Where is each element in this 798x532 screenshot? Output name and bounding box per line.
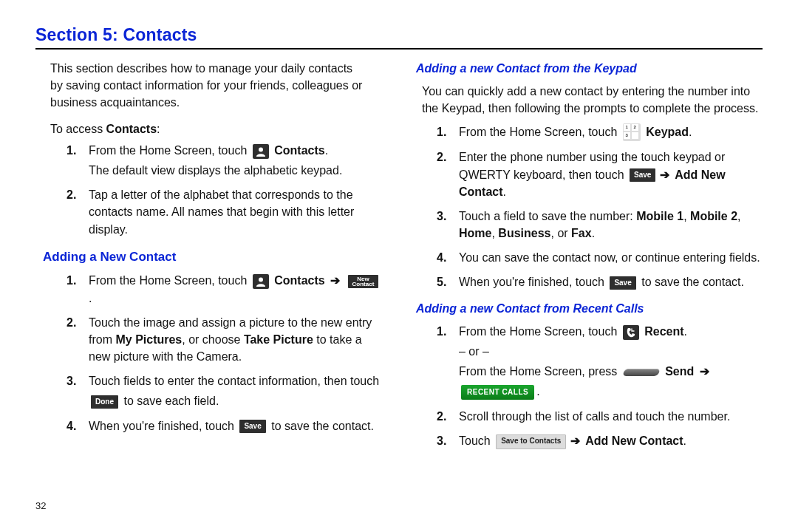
step-text: When you're finished, touch Save to save… [459, 273, 763, 290]
recent-icon [623, 325, 639, 340]
step-number: 4. [437, 249, 451, 266]
add-steps: 1. From the Home Screen, touch Contacts … [66, 272, 386, 434]
text: , or choose [182, 333, 244, 346]
keypad-step-5: 5. When you're finished, touch Save to s… [437, 273, 763, 290]
text: When you're finished, touch [89, 420, 237, 432]
text: . [503, 185, 506, 198]
recent-steps: 1. From the Home Screen, touch Recent. –… [437, 323, 763, 449]
text: . [683, 434, 686, 447]
text: to save the contact. [268, 420, 374, 432]
step-number: 1. [66, 142, 81, 159]
title-rule [35, 48, 763, 50]
contacts-label: Contacts [271, 144, 325, 157]
arrow-icon: ➔ [660, 168, 669, 181]
right-column: Adding a new Contact from the Keypad You… [412, 60, 763, 457]
step-subtext: RECENT CALLS. [459, 383, 763, 400]
text: From the Home Screen, press [459, 365, 621, 378]
recent-label: Recent [641, 325, 684, 338]
arrow-icon: ➔ [330, 274, 340, 287]
step-text: Touch Save to Contacts➔ Add New Contact. [459, 432, 763, 449]
step-number: 2. [437, 149, 451, 166]
text: From the Home Screen, touch [89, 144, 250, 157]
two-column-layout: This section describes how to manage you… [35, 60, 763, 457]
recent-step-2: 2. Scroll through the list of calls and … [437, 408, 763, 425]
text: From the Home Screen, touch [459, 126, 621, 138]
heading-from-recent: Adding a new Contact from Recent Calls [416, 300, 763, 317]
keypad-icon: 123 [623, 123, 641, 141]
done-icon: Done [91, 395, 118, 409]
send-key-icon [622, 369, 661, 376]
keypad-label: Keypad [643, 126, 689, 138]
text: Contact [352, 281, 375, 287]
fax-label: Fax [571, 227, 592, 239]
text: . [592, 227, 595, 239]
text: to save each field. [120, 395, 219, 407]
mobile2-label: Mobile 2 [690, 210, 737, 222]
step-text: Scroll through the list of calls and tou… [459, 408, 763, 425]
step-number: 1. [66, 272, 81, 289]
recent-calls-button-icon: RECENT CALLS [461, 385, 534, 400]
keypad-step-4: 4. You can save the contact now, or cont… [437, 249, 763, 266]
step-number: 4. [66, 417, 81, 434]
text: From the Home Screen, touch [89, 274, 250, 287]
step-text: Touch the image and assign a picture to … [89, 314, 386, 366]
access-step-1: 1. From the Home Screen, touch Contacts.… [66, 142, 386, 179]
save-icon: Save [610, 276, 635, 290]
recent-step-1: 1. From the Home Screen, touch Recent. –… [437, 323, 763, 400]
arrow-icon: ➔ [700, 365, 709, 378]
access-lead-pre: To access [50, 123, 106, 135]
step-subtext: Done to save each field. [89, 392, 386, 409]
text: , [737, 210, 740, 222]
save-to-contacts-icon: Save to Contacts [496, 434, 566, 449]
recent-step-3: 3. Touch Save to Contacts➔ Add New Conta… [437, 432, 763, 449]
access-lead-bold: Contacts [106, 123, 157, 135]
keypad-step-3: 3. Touch a field to save the number: Mob… [437, 208, 763, 242]
keypad-intro: You can quickly add a new contact by ent… [422, 83, 763, 117]
mobile1-label: Mobile 1 [636, 210, 683, 222]
step-text: Touch fields to enter the contact inform… [89, 372, 386, 409]
step-number: 2. [66, 314, 81, 331]
text: to save the contact. [638, 276, 744, 288]
step-number: 3. [66, 372, 81, 389]
section-intro: This section describes how to manage you… [50, 60, 368, 112]
heading-from-keypad: Adding a new Contact from the Keypad [416, 60, 763, 77]
keypad-steps: 1. From the Home Screen, touch 123 Keypa… [437, 123, 763, 291]
access-steps: 1. From the Home Screen, touch Contacts.… [66, 142, 386, 238]
step-subtext: The default view displays the alphabetic… [89, 162, 386, 179]
step-text: Tap a letter of the alphabet that corres… [89, 186, 386, 238]
text: , [491, 227, 498, 239]
add-new-contact-label: Add New Contact [582, 434, 683, 447]
step-text: When you're finished, touch Save to save… [89, 417, 386, 434]
step-number: 2. [437, 408, 451, 425]
text: . [89, 292, 92, 304]
my-pictures-label: My Pictures [115, 333, 182, 346]
step-text: From the Home Screen, touch Contacts. Th… [89, 142, 386, 179]
text: From the Home Screen, touch [459, 325, 621, 338]
svg-point-0 [259, 147, 263, 151]
text: Touch [459, 434, 494, 447]
new-contact-icon: NewContact [348, 275, 379, 288]
step-number: 1. [437, 323, 451, 340]
text: , or [550, 227, 571, 239]
add-step-4: 4. When you're finished, touch Save to s… [66, 417, 386, 434]
contacts-label: Contacts [271, 274, 328, 287]
step-text: From the Home Screen, touch Recent. – or… [459, 323, 763, 400]
keypad-step-2: 2. Enter the phone number using the touc… [437, 149, 763, 200]
step-text: Touch a field to save the number: Mobile… [459, 208, 763, 242]
step-number: 5. [437, 273, 451, 290]
text: . [689, 126, 692, 138]
add-step-2: 2. Touch the image and assign a picture … [66, 314, 386, 366]
keypad-step-1: 1. From the Home Screen, touch 123 Keypa… [437, 123, 763, 142]
step-number: 1. [437, 123, 451, 140]
heading-add-new-contact: Adding a New Contact [43, 248, 386, 267]
contacts-icon [253, 144, 269, 159]
step-text: From the Home Screen, touch 123 Keypad. [459, 123, 763, 142]
text: . [536, 385, 539, 398]
business-label: Business [498, 227, 550, 239]
home-label: Home [459, 227, 491, 239]
svg-point-1 [259, 278, 263, 282]
save-icon: Save [239, 420, 265, 433]
access-step-2: 2. Tap a letter of the alphabet that cor… [66, 186, 386, 238]
step-number: 3. [437, 432, 451, 449]
text: Touch a field to save the number: [459, 210, 636, 222]
